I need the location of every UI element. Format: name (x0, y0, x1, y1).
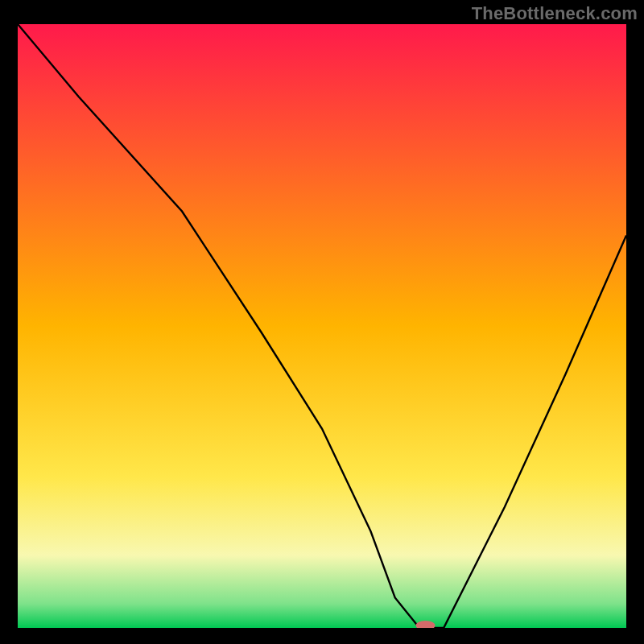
gradient-background (18, 24, 626, 628)
chart-frame: TheBottleneck.com (0, 0, 644, 644)
plot-area (18, 24, 626, 628)
watermark-text: TheBottleneck.com (472, 3, 638, 24)
chart-svg (18, 24, 626, 628)
